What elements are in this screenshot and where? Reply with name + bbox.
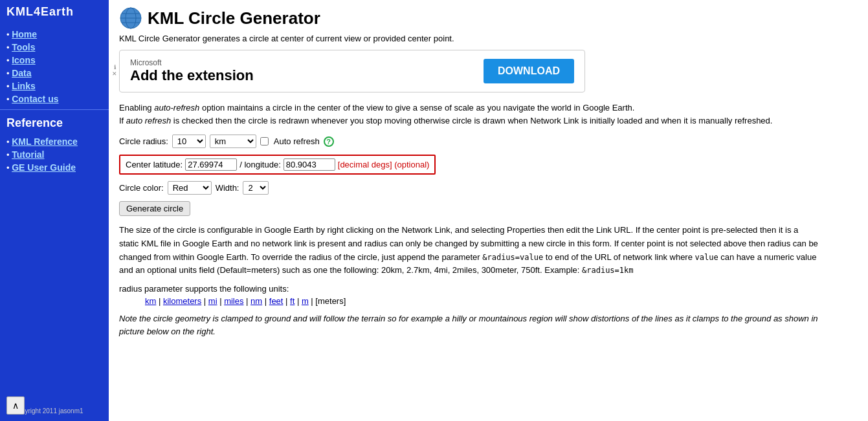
sidebar-item-ge-user-guide[interactable]: GE User Guide (0, 161, 109, 174)
width-label: Width: (216, 183, 239, 193)
longitude-input[interactable] (284, 158, 335, 171)
ad-close-icon[interactable]: ℹ ✕ (112, 65, 117, 78)
ad-title: Add the extension (130, 67, 254, 84)
sidebar-reference-title: Reference (0, 110, 109, 133)
color-control-row: Circle color: Red Blue Green White Black… (119, 181, 858, 195)
example-code: &radius=1km (582, 266, 633, 275)
note-text: Note the circle geometry is clamped to g… (119, 312, 818, 338)
sidebar-logo: KML4Earth (0, 0, 109, 24)
scroll-up-button[interactable]: ∧ (6, 396, 25, 415)
radius-intro: radius parameter supports the following … (119, 284, 858, 294)
color-label: Circle color: (119, 183, 164, 193)
ad-banner: ℹ ✕ Microsoft Add the extension DOWNLOAD (119, 50, 585, 92)
sidebar-item-home[interactable]: Home (0, 28, 109, 41)
radius-param-code: &radius=value (482, 253, 543, 262)
sidebar-item-links[interactable]: Links (0, 80, 109, 92)
auto-refresh-italic-1: auto-refresh (154, 103, 199, 113)
page-title: KML Circle Generator (148, 8, 320, 28)
sidebar-nav: Home Tools Icons Data Links Contact us (0, 24, 109, 110)
sidebar: KML4Earth Home Tools Icons Data Links Co… (0, 0, 109, 421)
page-header: KML Circle Generator (119, 6, 858, 30)
lon-separator: / longitude: (239, 160, 281, 169)
radius-label: Circle radius: (119, 136, 168, 146)
sidebar-item-icons[interactable]: Icons (0, 54, 109, 67)
sidebar-item-kml-reference[interactable]: KML Reference (0, 135, 109, 148)
ad-provider: Microsoft (130, 58, 254, 67)
radius-units: radius parameter supports the following … (119, 284, 858, 306)
radius-select[interactable]: 10 1 2 5 20 50 100 (172, 135, 206, 148)
sidebar-item-tools[interactable]: Tools (0, 41, 109, 54)
sidebar-item-contact[interactable]: Contact us (0, 92, 109, 105)
ad-left: Microsoft Add the extension (130, 58, 254, 84)
radius-control-row: Circle radius: 10 1 2 5 20 50 100 km mi … (119, 135, 858, 148)
value-code: value (695, 253, 718, 262)
page-subtitle: KML Circle Generator generates a circle … (119, 34, 858, 43)
latitude-input[interactable] (185, 158, 237, 171)
unit-select[interactable]: km mi nm feet ft m (210, 135, 256, 148)
info-text: Enabling auto-refresh option maintains a… (119, 102, 831, 127)
radius-units-list: km | kilometers | mi | miles | nm | feet… (119, 296, 858, 306)
center-coords-box: Center latitude: / longitude: [decimal d… (119, 155, 436, 175)
generate-circle-button[interactable]: Generate circle (119, 201, 190, 216)
auto-refresh-label: Auto refresh (274, 136, 320, 146)
globe-icon (119, 6, 142, 30)
ad-download-button[interactable]: DOWNLOAD (484, 59, 574, 83)
sidebar-ref: KML Reference Tutorial GE User Guide (0, 133, 109, 177)
description-text: The size of the circle is configurable i… (119, 224, 818, 277)
help-icon[interactable]: ? (324, 136, 334, 147)
width-select[interactable]: 2 1 3 4 5 (243, 181, 269, 195)
auto-refresh-checkbox[interactable] (260, 137, 269, 146)
main-content: KML Circle Generator KML Circle Generato… (109, 0, 868, 421)
sidebar-item-tutorial[interactable]: Tutorial (0, 148, 109, 161)
auto-refresh-italic-2: auto refresh (126, 116, 171, 125)
sidebar-item-data[interactable]: Data (0, 67, 109, 80)
color-select[interactable]: Red Blue Green White Black Yellow (168, 181, 212, 195)
center-lat-label: Center latitude: (126, 160, 183, 169)
optional-text: [decimal degs] (optional) (338, 160, 430, 169)
